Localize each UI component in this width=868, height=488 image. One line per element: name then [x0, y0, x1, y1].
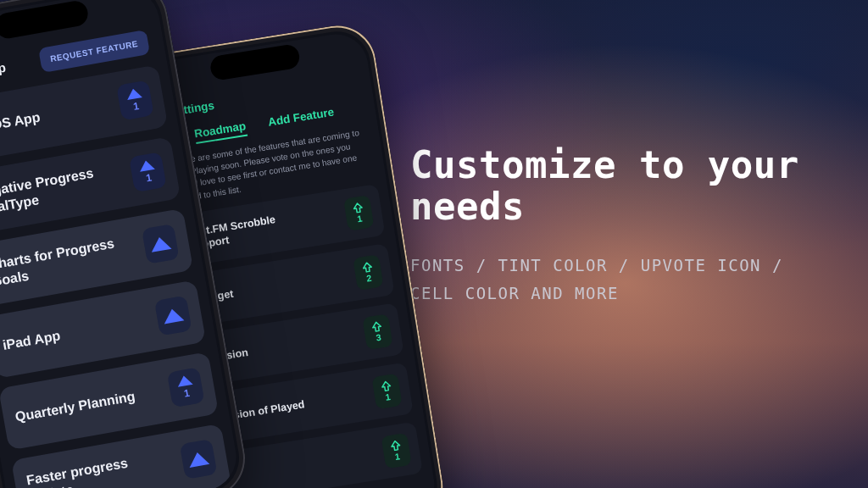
upvote-button[interactable] [142, 224, 180, 264]
upvote-button[interactable]: 1 [116, 80, 154, 121]
marketing-subheading: Fonts / Tint Color / Upvote Icon / Cell … [410, 252, 817, 308]
tab-add-feature[interactable]: Add Feature [267, 105, 336, 132]
upvote-button[interactable]: 2 [353, 254, 383, 291]
vote-count: 2 [366, 273, 373, 283]
arrow-up-icon [370, 320, 383, 333]
arrow-up-icon [352, 201, 364, 214]
upvote-button[interactable]: 1 [381, 433, 411, 469]
arrow-up-icon [361, 261, 374, 274]
triangle-up-icon [162, 308, 184, 324]
triangle-up-icon [125, 87, 142, 100]
feature-title: Quarterly Planning [14, 388, 136, 426]
vote-count: 1 [385, 392, 392, 402]
arrow-up-icon [380, 380, 392, 392]
vote-count: 1 [145, 172, 153, 185]
tab-roadmap[interactable]: Roadmap [193, 119, 248, 144]
feature-title: Faster progress update [25, 446, 177, 488]
triangle-up-icon [138, 159, 155, 172]
upvote-button[interactable]: 3 [362, 313, 392, 350]
vote-count: 1 [132, 100, 140, 113]
feature-title: macOS App [0, 108, 42, 138]
upvote-button[interactable]: 1 [343, 195, 374, 231]
triangle-up-icon [149, 236, 171, 252]
feature-title: Negative Progress GoalType [0, 160, 126, 219]
vote-count: 1 [357, 214, 364, 224]
feature-title: iPad App [2, 327, 62, 354]
upvote-button[interactable]: 1 [129, 152, 167, 192]
triangle-up-icon [176, 374, 193, 387]
upvote-button[interactable] [180, 439, 218, 480]
upvote-button[interactable] [154, 296, 192, 336]
upvote-button[interactable]: 1 [167, 367, 205, 408]
feature-title: Charts for Progress Goals [0, 231, 139, 291]
marketing-heading: Customize to your needs [410, 144, 817, 228]
page-title: Roadmap [0, 60, 7, 85]
request-feature-button[interactable]: Request Feature [38, 30, 150, 73]
upvote-button[interactable]: 1 [371, 373, 402, 409]
vote-count: 1 [183, 387, 191, 400]
arrow-up-icon [389, 439, 402, 452]
vote-count: 1 [394, 452, 401, 462]
triangle-up-icon [187, 451, 209, 468]
marketing-copy: Customize to your needs Fonts / Tint Col… [410, 144, 817, 308]
vote-count: 3 [376, 333, 382, 343]
